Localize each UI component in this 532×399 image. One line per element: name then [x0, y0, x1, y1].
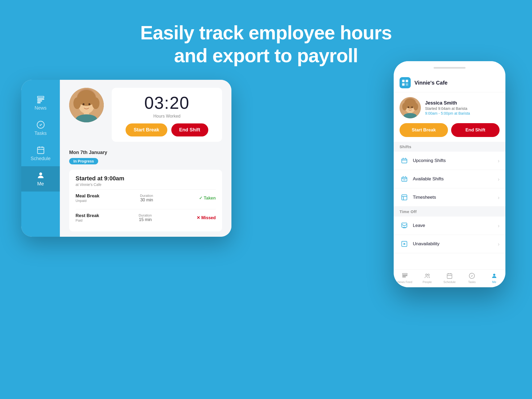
rest-break-duration-label: Duration: [139, 213, 152, 217]
svg-rect-2: [38, 101, 42, 101]
phone-notch: [434, 67, 466, 69]
nav-item-tasks[interactable]: Tasks: [461, 272, 483, 284]
svg-point-15: [92, 97, 99, 109]
headline-line1: Easily track employee hours: [0, 21, 532, 44]
meal-break-status: ✓ Taken: [199, 196, 216, 201]
phone-menu-item-timesheets[interactable]: Timesheets ›: [394, 188, 505, 207]
rest-break-type: Paid: [76, 218, 99, 222]
meal-break-row: Meal Break Unpaid Duration 30 min ✓ Take…: [76, 189, 216, 206]
phone-user-shift-time: 9:00am - 5:00pm at Barista: [425, 111, 500, 115]
unavailability-icon: [400, 239, 409, 249]
nav-item-news-feed[interactable]: News Feed: [394, 272, 416, 284]
tasks-icon: [36, 120, 45, 129]
meal-break-type: Unpaid: [76, 199, 99, 203]
logo-icon: [401, 79, 409, 86]
cafe-name: Vinnie's Cafe: [414, 80, 447, 86]
rest-break-name: Rest Break: [76, 213, 99, 218]
timesheets-icon: [400, 193, 409, 202]
people-nav-icon: [424, 272, 431, 279]
svg-rect-20: [402, 80, 405, 82]
phone-profile-section: Jessica Smith Started 9:04am at Barista …: [394, 92, 505, 123]
start-break-button[interactable]: Start Break: [126, 123, 167, 136]
svg-point-28: [402, 103, 407, 110]
phone-notch-area: [394, 61, 505, 74]
upcoming-shifts-chevron: ›: [498, 158, 500, 164]
missed-x-icon: ✕: [197, 215, 200, 220]
phone-header: Vinnie's Cafe: [394, 74, 505, 92]
available-shifts-icon: [400, 174, 409, 184]
phone-bottom-nav: News Feed People: [394, 269, 505, 287]
phone-user-started: Started 9:04am at Barista: [425, 106, 500, 111]
leave-chevron: ›: [498, 223, 500, 229]
svg-rect-52: [402, 275, 407, 276]
svg-rect-21: [406, 80, 408, 82]
unavailability-label: Unavailability: [413, 241, 494, 247]
meal-break-name: Meal Break: [76, 193, 99, 199]
svg-point-9: [39, 172, 42, 175]
avatar-illustration: [69, 88, 104, 122]
svg-rect-0: [38, 96, 44, 98]
phone-menu-item-upcoming-shifts[interactable]: Upcoming Shifts ›: [394, 152, 505, 170]
nav-item-me[interactable]: Me: [483, 272, 505, 284]
avatar: [69, 88, 104, 122]
app-logo: [400, 77, 411, 88]
me-nav-icon: [491, 272, 498, 279]
phone-menu-item-unavailability[interactable]: Unavailability ›: [394, 235, 505, 253]
sidebar-item-news[interactable]: News: [21, 90, 60, 116]
phone-action-buttons: Start Break End Shift: [394, 123, 505, 142]
sidebar-item-schedule-label: Schedule: [31, 156, 51, 161]
tablet-sidebar: News Tasks Schedule Me: [21, 80, 60, 237]
upcoming-shifts-label: Upcoming Shifts: [413, 158, 494, 163]
svg-rect-1: [38, 99, 44, 99]
meal-break-duration-value: 30 min: [140, 198, 153, 202]
meal-break-duration-label: Duration: [140, 194, 153, 198]
rest-break-duration-value: 15 min: [139, 217, 152, 222]
schedule-nav-icon: [446, 272, 453, 279]
shift-info-card: Started at 9:00am at Vinnie's Cafe Meal …: [69, 170, 222, 231]
nav-me-label: Me: [492, 280, 496, 284]
news-icon: [36, 95, 45, 104]
phone-end-shift-button[interactable]: End Shift: [451, 123, 500, 137]
svg-rect-22: [402, 83, 405, 86]
timesheets-chevron: ›: [498, 194, 500, 201]
tablet-main: 03:20 Hours Worked Start Break End Shift…: [60, 80, 231, 237]
sidebar-item-me-label: Me: [37, 181, 44, 187]
hours-label: Hours Worked: [153, 114, 181, 119]
available-shifts-chevron: ›: [498, 176, 500, 182]
shifts-section-header: Shifts: [394, 142, 505, 152]
svg-rect-34: [402, 159, 407, 163]
svg-rect-53: [402, 277, 406, 277]
phone-menu-item-available-shifts[interactable]: Available Shifts ›: [394, 170, 505, 188]
me-icon: [36, 171, 45, 180]
unavailability-chevron: ›: [498, 241, 500, 247]
nav-item-people[interactable]: People: [416, 272, 438, 284]
sidebar-item-schedule[interactable]: Schedule: [21, 141, 60, 166]
rest-break-row: Rest Break Paid Duration 15 min ✕ Missed: [76, 209, 216, 226]
phone-start-break-button[interactable]: Start Break: [400, 123, 448, 137]
sidebar-item-news-label: News: [35, 105, 47, 111]
location: at Vinnie's Cafe: [76, 182, 216, 187]
phone-menu-item-leave[interactable]: Leave ›: [394, 217, 505, 235]
rest-break-status: ✕ Missed: [197, 215, 216, 220]
hours-card: 03:20 Hours Worked Start Break End Shift: [112, 88, 222, 142]
svg-point-61: [493, 274, 495, 276]
nav-schedule-label: Schedule: [443, 280, 456, 284]
sidebar-item-tasks[interactable]: Tasks: [21, 116, 60, 141]
nav-tasks-label: Tasks: [468, 280, 476, 284]
headline: Easily track employee hours and export t…: [0, 0, 532, 67]
svg-rect-5: [38, 147, 44, 153]
leave-label: Leave: [413, 223, 494, 228]
svg-rect-38: [402, 177, 407, 181]
end-shift-button[interactable]: End Shift: [171, 123, 208, 136]
svg-point-29: [413, 103, 418, 110]
nav-people-label: People: [423, 280, 432, 284]
time-off-section-header: Time Off: [394, 207, 505, 217]
nav-item-schedule[interactable]: Schedule: [438, 272, 461, 284]
taken-check-icon: ✓: [199, 196, 202, 201]
started-at: Started at 9:00am: [76, 175, 216, 182]
nav-news-feed-label: News Feed: [397, 280, 412, 284]
sidebar-item-me[interactable]: Me: [21, 166, 60, 192]
tablet-device: News Tasks Schedule Me: [21, 80, 231, 237]
svg-point-19: [89, 103, 90, 105]
phone-device: Vinnie's Cafe Jessica Smith Started 9:04…: [394, 61, 505, 287]
